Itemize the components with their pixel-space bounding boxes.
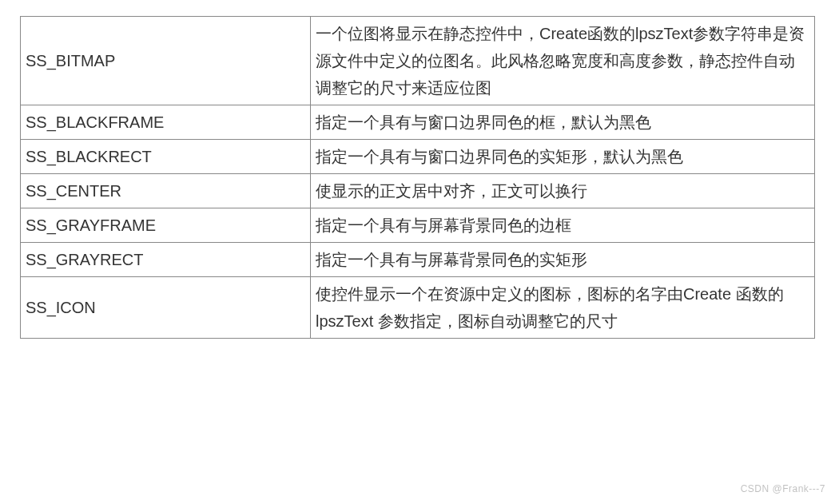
style-name-cell: SS_ICON <box>21 277 311 339</box>
style-name-cell: SS_BLACKFRAME <box>21 105 311 140</box>
table-row: SS_GRAYFRAME 指定一个具有与屏幕背景同色的边框 <box>21 208 815 243</box>
table-row: SS_ICON 使控件显示一个在资源中定义的图标，图标的名字由Create 函数… <box>21 277 815 339</box>
style-name-cell: SS_BLACKRECT <box>21 140 311 174</box>
style-name-cell: SS_BITMAP <box>21 17 311 105</box>
style-description-cell: 指定一个具有与屏幕背景同色的边框 <box>311 208 815 243</box>
style-description-cell: 使控件显示一个在资源中定义的图标，图标的名字由Create 函数的lpszTex… <box>311 277 815 339</box>
style-description-cell: 使显示的正文居中对齐，正文可以换行 <box>311 174 815 208</box>
table-row: SS_BLACKFRAME 指定一个具有与窗口边界同色的框，默认为黑色 <box>21 105 815 140</box>
style-description-cell: 指定一个具有与窗口边界同色的框，默认为黑色 <box>311 105 815 140</box>
styles-table: SS_BITMAP 一个位图将显示在静态控件中，Create函数的lpszTex… <box>20 16 815 339</box>
style-name-cell: SS_CENTER <box>21 174 311 208</box>
table-row: SS_BITMAP 一个位图将显示在静态控件中，Create函数的lpszTex… <box>21 17 815 105</box>
style-name-cell: SS_GRAYRECT <box>21 243 311 277</box>
style-description-cell: 指定一个具有与屏幕背景同色的实矩形 <box>311 243 815 277</box>
table-row: SS_BLACKRECT 指定一个具有与窗口边界同色的实矩形，默认为黑色 <box>21 140 815 174</box>
style-description-cell: 指定一个具有与窗口边界同色的实矩形，默认为黑色 <box>311 140 815 174</box>
style-name-cell: SS_GRAYFRAME <box>21 208 311 243</box>
table-row: SS_GRAYRECT 指定一个具有与屏幕背景同色的实矩形 <box>21 243 815 277</box>
table-row: SS_CENTER 使显示的正文居中对齐，正文可以换行 <box>21 174 815 208</box>
style-description-cell: 一个位图将显示在静态控件中，Create函数的lpszText参数字符串是资源文… <box>311 17 815 105</box>
